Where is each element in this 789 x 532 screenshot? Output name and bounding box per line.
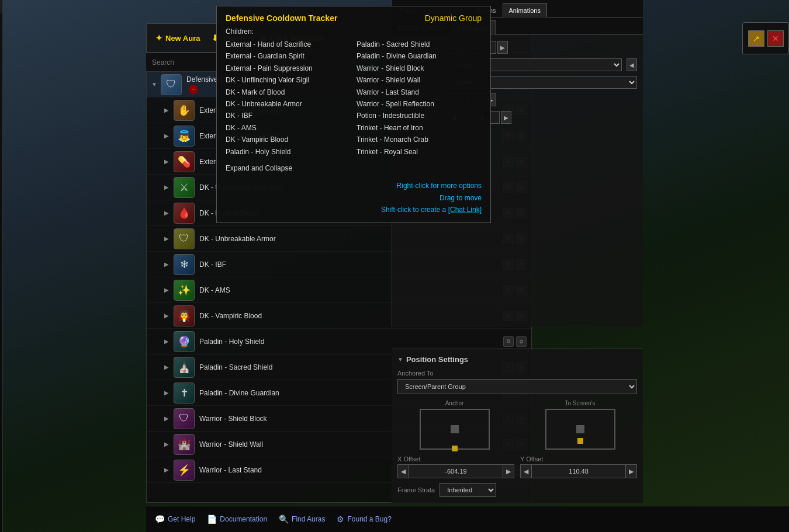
sidebar-item[interactable]: Shield Wall57.4 <box>0 77 2 90</box>
sidebar-item[interactable]: Divine Guardian57.4 <box>0 103 2 116</box>
anchor-box: Anchor <box>397 400 511 450</box>
sidebar-item[interactable]: Spell Reflection57.4 <box>0 51 2 64</box>
tooltip-child-item: DK - Vampiric Blood <box>226 134 351 145</box>
frame-strata-select[interactable]: Inherited Background Low Medium High <box>440 483 496 497</box>
tooltip-footer: Right-click for more options Drag to mov… <box>226 180 482 215</box>
tree-item-icon: ✝ <box>174 383 195 404</box>
tooltip-chat-link[interactable]: [Chat Link] <box>448 206 482 214</box>
sidebar-item[interactable]: Unflinching Valor57.4 <box>0 206 2 218</box>
sidebar-item[interactable]: Mark of Blood57.4 <box>0 193 2 206</box>
tooltip-child-item: Warrior - Spell Reflection <box>357 98 482 110</box>
tooltip-child-item: DK - Unbreakable Armor <box>226 98 351 110</box>
x-offset-stepper: ◀ ▶ <box>397 464 514 478</box>
sidebar-item[interactable]: Last Stand57.4 <box>0 64 2 77</box>
found-bug-button[interactable]: ⚙ Found a Bug? <box>337 514 391 524</box>
sidebar-item[interactable]: Indestructible Potion57.4 <box>0 39 2 51</box>
tree-item-icon: ⛪ <box>174 357 195 378</box>
x-offset-increment-btn[interactable]: ▶ <box>503 464 514 478</box>
tree-expand-icon: ▶ <box>164 261 171 268</box>
to-screen-visual <box>545 409 615 450</box>
tree-item-icon: ⚡ <box>174 460 195 481</box>
sidebar-item[interactable]: Anti-Magic Shell57.4 <box>0 154 2 167</box>
spacing-increment-btn[interactable]: ▶ <box>497 41 508 54</box>
anchor-to-select[interactable]: Screen/Parent Group <box>397 379 637 394</box>
find-auras-label: Find Auras <box>292 515 325 523</box>
sidebar-item[interactable]: Pain Suppression57.4 <box>0 218 2 231</box>
find-icon: 🔍 <box>279 514 289 524</box>
y-offset-increment-btn[interactable]: ▶ <box>625 464 637 478</box>
sidebar-item[interactable]: Guardian Spirit57.4 <box>0 231 2 244</box>
tooltip-header: Defensive Cooldown Tracker Dynamic Group <box>226 13 482 23</box>
found-bug-label: Found a Bug? <box>347 515 391 523</box>
tooltip-expand-collapse: Expand and Collapse <box>226 164 292 172</box>
scale-increment-btn[interactable]: ▶ <box>501 111 511 124</box>
sidebar-item[interactable]: Royal Seal57.4 <box>0 0 2 13</box>
sidebar-item[interactable]: Sacred Shield57.4 <box>0 116 2 128</box>
sidebar-item[interactable]: Hand of Sacrifice57.4 <box>0 244 2 257</box>
tooltip-shift-click-row: Shift-click to create a [Chat Link] <box>226 204 482 215</box>
tab-animations[interactable]: Animations <box>503 3 547 18</box>
sidebar-item[interactable]: Shield Block57.4 <box>0 90 2 103</box>
tooltip-child-item: Potion - Indestructible <box>357 110 482 121</box>
tooltip-child-item: Paladin - Divine Guardian <box>357 50 482 62</box>
sidebar-item[interactable]: Holy Shield57.4 <box>0 128 2 141</box>
x-offset-decrement-btn[interactable]: ◀ <box>397 464 409 478</box>
tree-expand-icon: ▶ <box>164 184 171 191</box>
tree-item-icon: 🧛 <box>174 305 195 326</box>
tree-item-icon: 💊 <box>174 151 195 172</box>
tooltip-child-item: Warrior - Last Stand <box>357 86 482 98</box>
sidebar-item[interactable]: Heart of Iron57.4 <box>0 26 2 39</box>
bug-icon: ⚙ <box>337 514 344 524</box>
x-offset-field: X Offset ◀ ▶ <box>397 455 514 478</box>
sidebar-item[interactable]: Vampiric Blood57.4 <box>0 141 2 154</box>
corner-gold-button[interactable]: ↗ <box>748 30 764 47</box>
anchor-prev-btn[interactable]: ◀ <box>627 58 637 71</box>
y-offset-stepper: ◀ ▶ <box>520 464 637 478</box>
tree-expand-icon: ▶ <box>164 364 171 371</box>
y-offset-input[interactable] <box>532 464 625 478</box>
anchor-dot-bottom <box>452 446 458 451</box>
tree-item-actions: ⧉ ⚙ <box>503 336 527 347</box>
to-screen-center <box>576 425 584 433</box>
root-item-icon: 🛡 <box>161 74 182 95</box>
frame-strata-label: Frame Strata <box>397 486 435 493</box>
tree-expand-icon: ▶ <box>164 467 171 474</box>
tooltip-child-item: Warrior - Shield Block <box>357 62 482 74</box>
y-offset-decrement-btn[interactable]: ◀ <box>520 464 532 478</box>
corner-decoration: ↗ ✕ <box>742 22 789 54</box>
documentation-label: Documentation <box>220 515 267 523</box>
tree-item-icon: ⚔ <box>174 177 195 198</box>
y-offset-field: Y Offset ◀ ▶ <box>520 455 637 478</box>
new-aura-label: New Aura <box>165 34 200 43</box>
root-item-minus: − <box>189 85 198 94</box>
x-offset-label: X Offset <box>397 455 514 463</box>
tooltip-title: Defensive Cooldown Tracker <box>226 13 337 23</box>
tree-expand-icon: ▶ <box>164 338 171 345</box>
sidebar-item[interactable]: Monarch Crab57.4 <box>0 13 2 26</box>
tooltip-child-item: External - Guardian Spirit <box>226 50 351 62</box>
documentation-button[interactable]: 📄 Documentation <box>207 514 267 524</box>
tree-expand-icon: ▶ <box>164 441 171 448</box>
tree-item-icon: ✨ <box>174 280 195 301</box>
tree-expand-icon: ▶ <box>164 312 171 319</box>
bottom-bar: 💬 Get Help 📄 Documentation 🔍 Find Auras … <box>146 506 789 532</box>
get-help-button[interactable]: 💬 Get Help <box>155 514 195 524</box>
tree-item-icon: ✋ <box>174 100 195 121</box>
tooltip-child-item: DK - IBF <box>226 110 351 121</box>
tree-expand-icon: ▶ <box>164 287 171 294</box>
sidebar-item[interactable]: Icebound Fortitude57.4 <box>0 167 2 180</box>
tooltip-shift-click-text: Shift-click to create a <box>381 206 446 214</box>
tooltip-children-label: Children: <box>226 27 482 36</box>
sidebar-item[interactable]: Unbreakable Armor57.4 <box>0 180 2 193</box>
corner-close-button[interactable]: ✕ <box>767 30 784 47</box>
x-offset-input[interactable] <box>409 464 503 478</box>
tree-item-config-btn[interactable]: ⚙ <box>516 336 527 347</box>
tree-item-copy-btn[interactable]: ⧉ <box>503 336 514 347</box>
new-aura-button[interactable]: ✦ New Aura <box>155 33 200 43</box>
find-auras-button[interactable]: 🔍 Find Auras <box>279 514 325 524</box>
sidebar-nav: ◀ ▶ <box>0 503 2 514</box>
position-arrow-icon: ▼ <box>397 356 403 363</box>
tree-expand-icon: ▶ <box>164 235 171 242</box>
tree-expand-icon: ▶ <box>164 133 171 140</box>
help-icon: 💬 <box>155 514 165 524</box>
